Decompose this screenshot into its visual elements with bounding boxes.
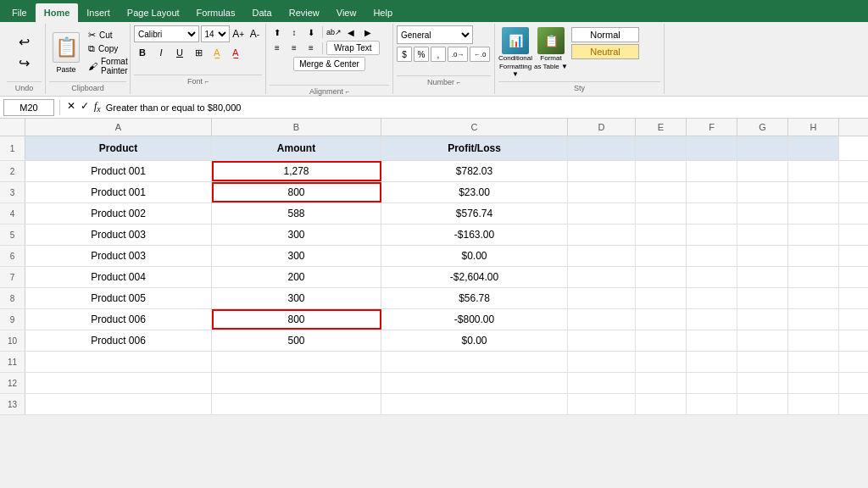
cell-c6[interactable]: $0.00 <box>381 246 568 266</box>
fill-color-button[interactable]: A̲ <box>209 44 225 61</box>
cell-b4[interactable]: 588 <box>212 203 381 224</box>
cell-reference-box[interactable] <box>3 99 54 116</box>
cell-c1[interactable]: Profit/Loss <box>381 136 568 160</box>
decrease-decimal-button[interactable]: ←.0 <box>470 47 490 62</box>
tab-view[interactable]: View <box>328 3 365 22</box>
cell-f7[interactable] <box>687 267 737 287</box>
left-align-button[interactable]: ≡ <box>270 42 285 55</box>
redo-button[interactable]: ↪ <box>16 53 32 73</box>
formula-input[interactable] <box>106 103 865 113</box>
cell-c11[interactable] <box>381 352 568 372</box>
tab-home[interactable]: Home <box>36 3 79 22</box>
cell-d7[interactable] <box>568 267 636 287</box>
conditional-formatting-button[interactable]: 📊 ConditionalFormatting ▼ <box>498 27 532 79</box>
cell-a8[interactable]: Product 005 <box>25 288 212 308</box>
cell-f3[interactable] <box>687 182 737 202</box>
col-header-d[interactable]: D <box>568 119 636 136</box>
cut-button[interactable]: ✂Cut <box>86 29 130 42</box>
cell-d2[interactable] <box>568 161 636 181</box>
normal-style[interactable]: Normal <box>571 27 639 42</box>
cell-h5[interactable] <box>788 225 839 245</box>
indent-increase-button[interactable]: ▶ <box>360 25 376 39</box>
cell-f12[interactable] <box>687 373 737 393</box>
cell-f5[interactable] <box>687 225 737 245</box>
tab-review[interactable]: Review <box>281 3 328 22</box>
cell-c13[interactable] <box>381 394 568 414</box>
tab-data[interactable]: Data <box>243 3 280 22</box>
middle-align-button[interactable]: ↕ <box>287 25 302 39</box>
cell-f10[interactable] <box>687 330 737 351</box>
cell-a11[interactable] <box>25 352 212 372</box>
undo-button[interactable]: ↩ <box>16 32 32 52</box>
cell-a5[interactable]: Product 003 <box>25 225 212 245</box>
currency-button[interactable]: $ <box>397 47 412 62</box>
cell-f8[interactable] <box>687 288 737 308</box>
cell-b11[interactable] <box>212 352 381 372</box>
tab-insert[interactable]: Insert <box>78 3 119 22</box>
cell-h9[interactable] <box>788 309 839 330</box>
cell-h2[interactable] <box>788 161 839 181</box>
right-align-button[interactable]: ≡ <box>303 42 319 55</box>
paste-button[interactable]: 📋 <box>53 32 80 63</box>
tab-help[interactable]: Help <box>364 3 401 22</box>
cell-f11[interactable] <box>687 352 737 372</box>
indent-decrease-button[interactable]: ◀ <box>343 25 359 39</box>
cell-d12[interactable] <box>568 373 636 393</box>
cell-e5[interactable] <box>636 225 687 245</box>
cell-f9[interactable] <box>687 309 737 330</box>
tab-file[interactable]: File <box>3 3 36 22</box>
cell-d4[interactable] <box>568 203 636 224</box>
col-header-a[interactable]: A <box>25 119 212 136</box>
col-header-h[interactable]: H <box>788 119 839 136</box>
number-format-select[interactable]: General <box>397 25 473 44</box>
tab-formulas[interactable]: Formulas <box>188 3 244 22</box>
cell-e1[interactable] <box>636 136 687 160</box>
cell-h4[interactable] <box>788 203 839 224</box>
center-align-button[interactable]: ≡ <box>287 42 302 55</box>
cell-d10[interactable] <box>568 330 636 351</box>
increase-font-button[interactable]: A+ <box>231 25 246 42</box>
cell-g7[interactable] <box>737 267 788 287</box>
cell-e7[interactable] <box>636 267 687 287</box>
col-header-g[interactable]: G <box>737 119 788 136</box>
cell-a4[interactable]: Product 002 <box>25 203 212 224</box>
cell-b12[interactable] <box>212 373 381 393</box>
orientation-button[interactable]: ab↗ <box>326 25 342 39</box>
comma-button[interactable]: , <box>431 47 446 62</box>
cell-a1[interactable]: Product <box>25 136 212 160</box>
cell-d5[interactable] <box>568 225 636 245</box>
cell-e2[interactable] <box>636 161 687 181</box>
cell-a2[interactable]: Product 001 <box>25 161 212 181</box>
col-header-f[interactable]: F <box>687 119 737 136</box>
cell-f4[interactable] <box>687 203 737 224</box>
merge-center-button[interactable]: Merge & Center <box>293 57 365 71</box>
cell-g10[interactable] <box>737 330 788 351</box>
cell-e9[interactable] <box>636 309 687 330</box>
cell-c4[interactable]: $576.74 <box>381 203 568 224</box>
top-align-button[interactable]: ⬆ <box>270 25 285 39</box>
cell-f6[interactable] <box>687 246 737 266</box>
cell-b7[interactable]: 200 <box>212 267 381 287</box>
cell-f13[interactable] <box>687 394 737 414</box>
cell-h6[interactable] <box>788 246 839 266</box>
cell-c8[interactable]: $56.78 <box>381 288 568 308</box>
cell-h12[interactable] <box>788 373 839 393</box>
cell-a12[interactable] <box>25 373 212 393</box>
cell-d8[interactable] <box>568 288 636 308</box>
cell-c3[interactable]: $23.00 <box>381 182 568 202</box>
cell-g2[interactable] <box>737 161 788 181</box>
tab-page-layout[interactable]: Page Layout <box>119 3 188 22</box>
cell-g1[interactable] <box>737 136 788 160</box>
cell-c9[interactable]: -$800.00 <box>381 309 568 330</box>
cell-e4[interactable] <box>636 203 687 224</box>
cell-h8[interactable] <box>788 288 839 308</box>
cell-c12[interactable] <box>381 373 568 393</box>
underline-button[interactable]: U <box>171 44 188 61</box>
cell-h3[interactable] <box>788 182 839 202</box>
cell-c10[interactable]: $0.00 <box>381 330 568 351</box>
bottom-align-button[interactable]: ⬇ <box>303 25 319 39</box>
cell-e11[interactable] <box>636 352 687 372</box>
cell-g9[interactable] <box>737 309 788 330</box>
col-header-c[interactable]: C <box>381 119 568 136</box>
cell-d3[interactable] <box>568 182 636 202</box>
